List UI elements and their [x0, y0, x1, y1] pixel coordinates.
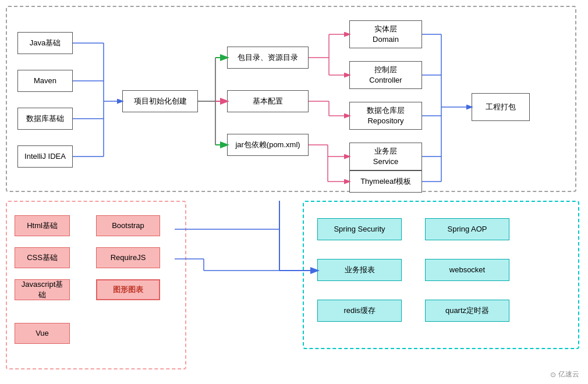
node-repository: 数据仓库层 Repository [349, 102, 422, 130]
diagram-area: Java基础 Maven 数据库基础 IntelliJ IDEA 项目初始化创建… [0, 0, 588, 384]
node-chart: 图形图表 [96, 279, 160, 300]
node-service: 业务层 Service [349, 143, 422, 170]
node-output: 工程打包 [472, 93, 530, 121]
node-js: Javascript基础 [15, 279, 70, 300]
node-thymeleaf: Thymeleaf模板 [349, 170, 422, 193]
node-spring-security: Spring Security [317, 218, 402, 240]
node-spring-aop: Spring AOP [425, 218, 509, 240]
node-quartz: quartz定时器 [425, 300, 509, 322]
node-idea: IntelliJ IDEA [17, 145, 73, 168]
node-pkg: 包目录、资源目录 [227, 47, 309, 69]
node-business-report: 业务报表 [317, 259, 402, 281]
node-project-init: 项目初始化创建 [122, 90, 198, 112]
node-db: 数据库基础 [17, 108, 73, 130]
node-controller: 控制层 Controller [349, 61, 422, 89]
node-bootstrap: Bootstrap [96, 215, 160, 236]
node-requirejs: RequireJS [96, 247, 160, 268]
node-vue: Vue [15, 323, 70, 344]
node-jar: jar包依赖(pom.xml) [227, 134, 309, 156]
node-css: CSS基础 [15, 247, 70, 268]
node-redis: redis缓存 [317, 300, 402, 322]
node-domain: 实体层 Domain [349, 20, 422, 48]
node-html: Html基础 [15, 215, 70, 236]
node-config: 基本配置 [227, 90, 309, 112]
node-maven: Maven [17, 70, 73, 92]
node-java: Java基础 [17, 32, 73, 54]
watermark: ⊙ 亿速云 [550, 369, 579, 379]
node-websocket: websocket [425, 259, 509, 281]
